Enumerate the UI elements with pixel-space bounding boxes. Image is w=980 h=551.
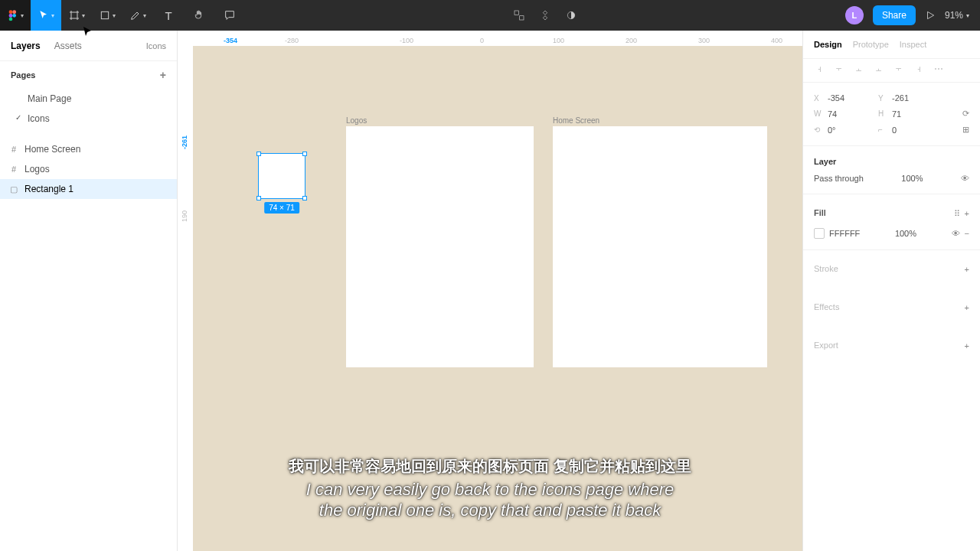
tab-inspect[interactable]: Inspect	[900, 40, 926, 49]
layer-item-logos[interactable]: # Logos	[0, 159, 177, 179]
x-label: X	[814, 94, 823, 103]
mask-icon[interactable]	[565, 9, 577, 21]
move-tool-button[interactable]: ▾	[31, 0, 61, 31]
present-button[interactable]	[925, 10, 936, 21]
pages-header: Pages +	[0, 61, 177, 89]
fill-section: Fill ⠿ + FFFFFF 100% 👁 −	[803, 194, 980, 250]
frame-label-logos[interactable]: Logos	[346, 116, 367, 125]
frame-home-screen[interactable]	[553, 126, 767, 367]
corner-icon: ⌐	[878, 126, 887, 134]
transform-section: X -354 Y -261 W 74 H 71 ⟳ ⟲ 0° ⌐ 0 ⊞	[803, 83, 980, 146]
tab-design[interactable]: Design	[814, 40, 842, 49]
fill-hex-input[interactable]: FFFFFF	[829, 229, 860, 238]
page-item-main[interactable]: Main Page	[0, 89, 177, 109]
page-item-icons[interactable]: Icons	[0, 109, 177, 129]
toolbar-right-group: L Share 91% ▾	[845, 5, 980, 25]
toolbar-center-group	[245, 9, 845, 21]
create-component-icon[interactable]	[539, 9, 551, 21]
x-input[interactable]: -354	[828, 93, 874, 103]
resize-handle-tr[interactable]	[302, 152, 307, 156]
resize-handle-bl[interactable]	[256, 196, 261, 201]
layer-title: Layer	[814, 154, 969, 171]
svg-rect-0	[9, 10, 13, 14]
align-top-icon[interactable]: ⫠	[874, 64, 884, 74]
chevron-down-icon: ▾	[113, 12, 116, 19]
play-icon	[925, 10, 936, 21]
align-left-icon[interactable]: ⫞	[814, 64, 825, 74]
resize-handle-tl[interactable]	[256, 152, 261, 156]
dimensions-badge: 74 × 71	[264, 202, 299, 214]
current-page-label[interactable]: Icons	[146, 41, 166, 51]
align-bottom-icon[interactable]: ⫞	[913, 64, 924, 74]
avatar[interactable]: L	[845, 6, 864, 24]
cursor-pointer-icon	[83, 26, 92, 38]
distribute-icon[interactable]: ⋯	[933, 64, 944, 74]
rotation-input[interactable]: 0°	[828, 126, 874, 135]
ruler-horizontal: -354 -280 -100 0 100 200 300 400 500	[178, 31, 802, 46]
remove-fill-button[interactable]: −	[965, 229, 969, 238]
layer-section: Layer Pass through 100% 👁	[803, 146, 980, 194]
layer-item-rectangle1[interactable]: ▢ Rectangle 1	[0, 179, 177, 199]
fill-opacity-input[interactable]: 100%	[895, 229, 916, 238]
svg-rect-1	[12, 10, 16, 14]
align-hcenter-icon[interactable]: ⫟	[834, 64, 844, 74]
layer-label: Home Screen	[24, 144, 80, 155]
share-button[interactable]: Share	[873, 5, 916, 25]
add-fill-button[interactable]: +	[965, 209, 969, 218]
tab-prototype[interactable]: Prototype	[853, 40, 889, 49]
chevron-down-icon: ▾	[143, 12, 146, 19]
pen-tool-button[interactable]: ▾	[122, 0, 153, 31]
figma-logo-icon	[7, 9, 19, 21]
figma-menu-button[interactable]: ▾	[0, 0, 31, 31]
ruler-tick: 200	[626, 37, 637, 44]
shape-tool-button[interactable]: ▾	[92, 0, 122, 31]
visibility-icon[interactable]: 👁	[961, 174, 969, 183]
chevron-down-icon: ▾	[966, 12, 969, 19]
y-input[interactable]: -261	[892, 93, 938, 103]
h-label: H	[878, 109, 887, 118]
ruler-tick: -261	[181, 135, 188, 149]
align-vcenter-icon[interactable]: ⫟	[893, 64, 904, 74]
constrain-proportions-icon[interactable]: ⟳	[962, 109, 969, 119]
hand-tool-button[interactable]	[184, 0, 214, 31]
fill-title: Fill	[814, 205, 949, 222]
layer-label: Logos	[24, 164, 50, 174]
independent-corners-icon[interactable]: ⊞	[962, 125, 969, 135]
frame-logos[interactable]	[346, 126, 534, 367]
export-section[interactable]: Export+	[803, 327, 980, 365]
w-input[interactable]: 74	[828, 109, 874, 119]
zoom-dropdown[interactable]: 91% ▾	[945, 10, 969, 21]
alignment-controls: ⫞ ⫟ ⫠ ⫠ ⫟ ⫞ ⋯	[803, 59, 980, 83]
hand-icon	[193, 9, 205, 21]
toolbar-left-group: ▾ ▾ ▾ ▾ ▾ T	[0, 0, 245, 31]
cursor-icon	[38, 9, 50, 21]
tab-layers[interactable]: Layers	[11, 41, 41, 51]
ruler-tick: -280	[285, 37, 299, 44]
ruler-tick: -354	[224, 37, 237, 44]
stroke-section[interactable]: Stroke+	[803, 250, 980, 289]
align-right-icon[interactable]: ⫠	[854, 64, 864, 74]
text-tool-button[interactable]: T	[153, 0, 184, 31]
svg-point-3	[12, 14, 16, 18]
effects-section[interactable]: Effects+	[803, 289, 980, 327]
rotation-icon: ⟲	[814, 126, 823, 134]
component-icon[interactable]	[513, 9, 525, 21]
h-input[interactable]: 71	[892, 109, 938, 119]
fill-style-icon[interactable]: ⠿	[954, 209, 960, 219]
layer-item-home-screen[interactable]: # Home Screen	[0, 139, 177, 159]
comment-tool-button[interactable]	[214, 0, 245, 31]
corner-input[interactable]: 0	[892, 126, 938, 135]
fill-color-swatch[interactable]	[814, 228, 825, 239]
frame-label-home-screen[interactable]: Home Screen	[553, 116, 599, 125]
rectangle-icon: ▢	[9, 184, 18, 194]
tab-assets[interactable]: Assets	[54, 41, 82, 51]
layer-opacity-input[interactable]: 100%	[901, 174, 923, 183]
fill-visibility-icon[interactable]: 👁	[952, 229, 960, 238]
frame-icon: #	[9, 165, 18, 174]
layers-list: # Home Screen # Logos ▢ Rectangle 1	[0, 139, 177, 199]
selected-rectangle1[interactable]: 74 × 71	[258, 153, 305, 199]
blend-mode-dropdown[interactable]: Pass through	[814, 174, 864, 183]
add-page-button[interactable]: +	[160, 69, 166, 81]
resize-handle-br[interactable]	[302, 196, 307, 201]
comment-icon	[224, 9, 236, 21]
